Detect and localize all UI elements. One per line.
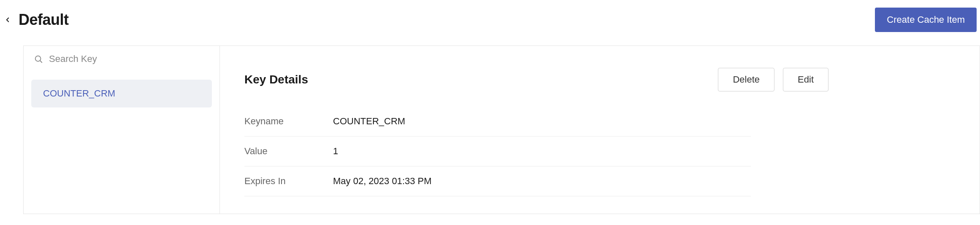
sidebar: COUNTER_CRM bbox=[24, 46, 220, 214]
detail-pane: Key Details Delete Edit Keyname COUNTER_… bbox=[220, 46, 980, 214]
detail-actions: Delete Edit bbox=[718, 68, 828, 91]
main-panel: COUNTER_CRM Key Details Delete Edit Keyn… bbox=[23, 46, 980, 214]
key-list-item[interactable]: COUNTER_CRM bbox=[31, 80, 212, 107]
search-wrap bbox=[24, 46, 219, 72]
delete-button[interactable]: Delete bbox=[718, 68, 774, 91]
search-icon bbox=[34, 54, 43, 64]
field-row-keyname: Keyname COUNTER_CRM bbox=[244, 107, 751, 137]
field-row-expires: Expires In May 02, 2023 01:33 PM bbox=[244, 166, 751, 196]
field-label-expires: Expires In bbox=[244, 176, 333, 187]
edit-button[interactable]: Edit bbox=[783, 68, 828, 91]
field-row-value: Value 1 bbox=[244, 137, 751, 166]
field-value-value: 1 bbox=[333, 146, 338, 157]
page-header: Default Create Cache Item bbox=[0, 0, 980, 46]
key-list: COUNTER_CRM bbox=[24, 72, 219, 115]
search-input[interactable] bbox=[49, 54, 209, 64]
detail-title: Key Details bbox=[244, 73, 308, 86]
field-value-expires: May 02, 2023 01:33 PM bbox=[333, 176, 432, 187]
detail-header: Key Details Delete Edit bbox=[244, 68, 955, 91]
svg-line-1 bbox=[40, 61, 42, 62]
page-title: Default bbox=[19, 11, 69, 29]
field-label-keyname: Keyname bbox=[244, 116, 333, 127]
field-value-keyname: COUNTER_CRM bbox=[333, 116, 405, 127]
create-cache-item-button[interactable]: Create Cache Item bbox=[875, 8, 977, 32]
back-icon[interactable] bbox=[3, 16, 12, 24]
svg-point-0 bbox=[35, 56, 41, 62]
field-label-value: Value bbox=[244, 146, 333, 157]
header-left: Default bbox=[3, 11, 69, 29]
